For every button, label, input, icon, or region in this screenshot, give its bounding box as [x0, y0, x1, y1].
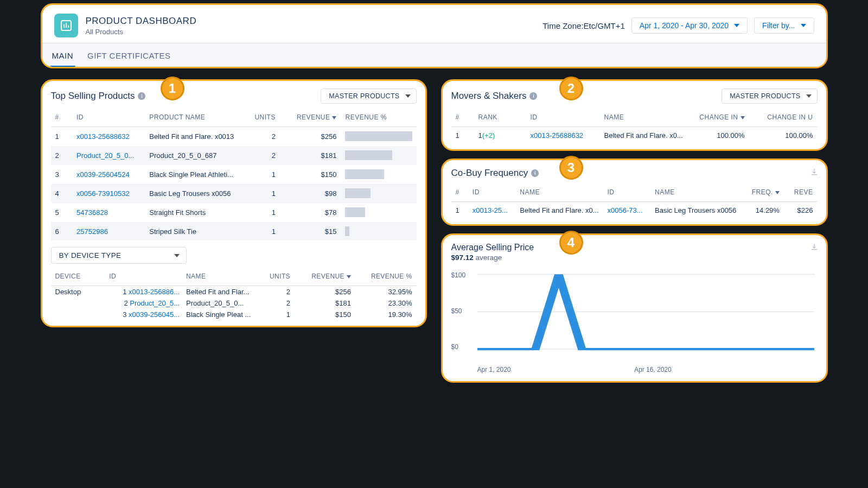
product-link[interactable]: 54736828 [76, 208, 108, 217]
revenue-bar [345, 207, 365, 217]
movers-table: # RANK ID NAME CHANGE IN CHANGE IN U 1 [451, 108, 818, 144]
col-revenue[interactable]: REVENUE [295, 267, 355, 286]
panel-movers-shakers: 2 Movers & Shakers i MASTER PRODUCTS # R… [441, 79, 828, 151]
col-name[interactable]: NAME [600, 108, 692, 127]
col-id[interactable]: ID [105, 267, 182, 286]
tab-gift-certificates[interactable]: GIFT CERTIFICATES [87, 43, 171, 67]
x-tick-a: Apr 1, 2020 [477, 366, 511, 373]
filter-label: Filter by... [762, 21, 795, 30]
col-id[interactable]: ID [526, 108, 600, 127]
chevron-down-icon [734, 24, 739, 27]
col-revenue[interactable]: REVENUE [280, 108, 341, 127]
line-plot [477, 267, 814, 358]
col-reve[interactable]: REVE [784, 183, 818, 202]
date-range-picker[interactable]: Apr 1, 2020 - Apr 30, 2020 [631, 17, 748, 34]
panel-title: Co-Buy Frequency [451, 168, 528, 179]
table-row[interactable]: 4x0056-73910532Basic Leg Trousers x00561… [51, 184, 417, 203]
col-freq[interactable]: FREQ. [741, 183, 784, 202]
table-row[interactable]: 625752986Striped Silk Tie1$15 [51, 222, 417, 241]
top-selling-table: # ID PRODUCT NAME UNITS REVENUE REVENUE … [51, 108, 417, 240]
filter-button[interactable]: Filter by... [754, 17, 814, 34]
x-tick-b: Apr 16, 2020 [634, 366, 672, 373]
table-row[interactable]: 1 1(+2) x0013-25688632 Belted Fit and Fl… [451, 127, 818, 144]
sort-desc-icon [741, 116, 745, 119]
y-tick-0: $0 [451, 343, 458, 351]
col-idx[interactable]: # [451, 183, 468, 202]
info-icon[interactable]: i [529, 92, 537, 100]
col-device[interactable]: DEVICE [51, 267, 105, 286]
revenue-bar [345, 188, 371, 198]
col-product-name[interactable]: PRODUCT NAME [145, 108, 238, 127]
tabs: MAIN GIFT CERTIFICATES [42, 43, 826, 67]
product-link[interactable]: x0056-73... [608, 206, 643, 214]
sort-desc-icon [347, 275, 351, 278]
col-rank[interactable]: RANK [474, 108, 526, 127]
app-icon [54, 14, 78, 37]
col-name2[interactable]: NAME [650, 183, 741, 202]
col-name1[interactable]: NAME [515, 183, 603, 202]
panel-title: Movers & Shakers [451, 91, 527, 102]
product-link[interactable]: 25752986 [76, 227, 108, 236]
table-row[interactable]: 2 Product_20_5...Product_20_5_0...2$1812… [51, 297, 417, 309]
chevron-down-icon [405, 94, 411, 98]
chevron-down-icon [806, 94, 812, 98]
download-icon[interactable] [810, 243, 819, 251]
avg-label: average [476, 253, 502, 262]
panel-title: Top Selling Products [51, 91, 135, 102]
date-range-label: Apr 1, 2020 - Apr 30, 2020 [640, 21, 729, 30]
revenue-bar [345, 131, 412, 141]
download-icon[interactable] [810, 168, 819, 176]
avg-value: $97.12 [451, 253, 474, 262]
table-row[interactable]: 1 x0013-25... Belted Fit and Flare. x0..… [451, 202, 818, 219]
annotation-badge-4: 4 [559, 231, 583, 255]
col-idx[interactable]: # [451, 108, 474, 127]
y-tick-100: $100 [451, 271, 466, 279]
tab-main[interactable]: MAIN [52, 43, 74, 67]
panel-co-buy: 3 Co-Buy Frequency i # ID NAME ID NAME [441, 159, 828, 226]
col-change-in[interactable]: CHANGE IN [692, 108, 749, 127]
col-revenue-pct[interactable]: REVENUE % [341, 108, 416, 127]
col-id1[interactable]: ID [468, 183, 515, 202]
col-units[interactable]: UNITS [238, 108, 280, 127]
col-idx[interactable]: # [51, 108, 73, 127]
table-row[interactable]: Desktop1 x0013-256886...Belted Fit and F… [51, 286, 417, 298]
table-row[interactable]: 3x0039-25604524Black Single Pleat Athlet… [51, 165, 417, 184]
product-link[interactable]: x0039-25604524 [76, 170, 130, 179]
revenue-bar [345, 169, 384, 179]
panel-avg-selling-price: 4 Average Selling Price $97.12 average $… [441, 233, 828, 383]
page-subtitle: All Products [86, 28, 197, 36]
y-tick-50: $50 [451, 307, 462, 315]
device-table: DEVICE ID NAME UNITS REVENUE REVENUE % D… [51, 267, 417, 320]
product-link[interactable]: x0056-73910532 [76, 189, 130, 198]
col-id2[interactable]: ID [603, 183, 650, 202]
table-row[interactable]: 554736828Straight Fit Shorts1$78 [51, 203, 417, 222]
table-row[interactable]: 3 x0039-256045...Black Single Pleat ...1… [51, 309, 417, 320]
product-scope-select[interactable]: MASTER PRODUCTS [321, 88, 416, 104]
product-link[interactable]: x0013-25688632 [76, 132, 130, 141]
col-change-u[interactable]: CHANGE IN U [749, 108, 818, 127]
revenue-bar [345, 150, 392, 160]
info-icon[interactable]: i [138, 92, 145, 100]
panel-title: Average Selling Price [451, 243, 818, 252]
table-row[interactable]: 2Product_20_5_0...Product_20_5_0_6872$18… [51, 146, 417, 165]
device-type-select[interactable]: BY DEVICE TYPE [51, 247, 187, 264]
timezone-label: Time Zone:Etc/GMT+1 [542, 21, 625, 30]
sort-desc-icon [332, 116, 336, 119]
product-scope-select[interactable]: MASTER PRODUCTS [722, 88, 817, 104]
product-link[interactable]: x0013-25... [473, 206, 508, 214]
product-link[interactable]: x0013-25688632 [531, 131, 584, 140]
annotation-badge-1: 1 [161, 77, 184, 100]
product-link[interactable]: x0013-256886... [129, 288, 180, 296]
header-region: PRODUCT DASHBOARD All Products Time Zone… [41, 3, 828, 68]
product-link[interactable]: x0039-256045... [129, 310, 180, 319]
col-id[interactable]: ID [72, 108, 145, 127]
page-title: PRODUCT DASHBOARD [86, 16, 197, 27]
product-link[interactable]: Product_20_5_0... [76, 151, 134, 160]
info-icon[interactable]: i [531, 169, 539, 177]
table-row[interactable]: 1x0013-25688632Belted Fit and Flare. x00… [51, 127, 417, 146]
col-name[interactable]: NAME [182, 267, 255, 286]
col-units[interactable]: UNITS [255, 267, 295, 286]
product-link[interactable]: Product_20_5... [130, 299, 180, 307]
revenue-bar [345, 226, 349, 236]
col-revenue-pct[interactable]: REVENUE % [355, 267, 416, 286]
